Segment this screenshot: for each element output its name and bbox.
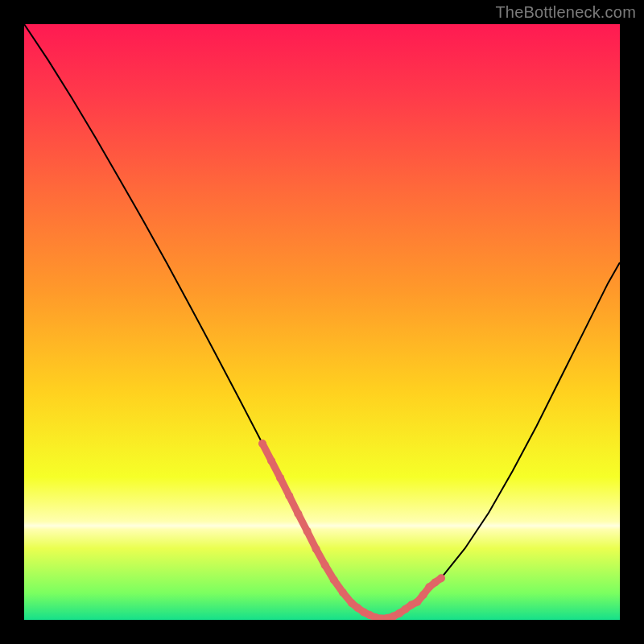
chart-frame: TheBottleneck.com [0,0,644,644]
highlight-marker [267,456,275,464]
chart-svg [24,24,620,620]
highlight-marker [285,492,293,500]
highlight-marker [339,588,347,597]
highlight-marker [437,574,445,582]
highlight-marker [294,510,302,518]
highlight-marker [321,561,329,569]
highlight-marker [258,440,266,448]
highlight-marker [413,598,421,606]
highlight-marker [303,527,312,535]
highlight-marker [312,545,320,553]
plot-area [24,24,620,620]
gradient-background [24,24,620,620]
highlight-marker [330,576,338,584]
highlight-marker [276,474,284,482]
highlight-marker [419,591,427,599]
watermark-text: TheBottleneck.com [495,3,636,22]
